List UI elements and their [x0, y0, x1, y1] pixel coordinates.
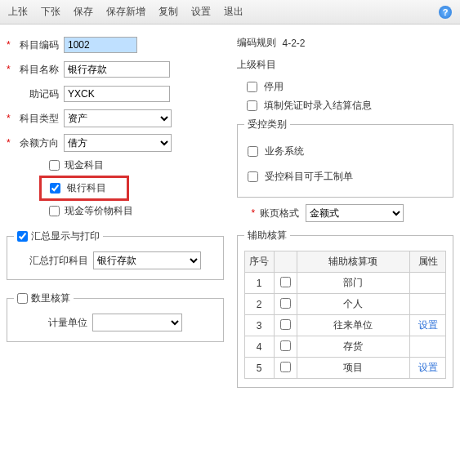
summary-print-label: 汇总打印科目 — [29, 254, 88, 268]
summary-toggle-checkbox[interactable] — [17, 231, 28, 242]
type-select[interactable]: 资产 — [64, 109, 172, 127]
manual-label: 受控科目可手工制单 — [265, 170, 353, 184]
disable-label: 停用 — [264, 80, 284, 94]
exit-button[interactable]: 退出 — [224, 5, 243, 19]
cell-item: 往来单位 — [297, 315, 410, 336]
settings-button[interactable]: 设置 — [191, 5, 211, 19]
rule-label: 编码规则 — [237, 36, 276, 50]
table-row: 1部门 — [244, 273, 446, 294]
qty-toggle-checkbox[interactable] — [17, 293, 28, 304]
row-checkbox[interactable] — [280, 340, 291, 351]
th-attr: 属性 — [410, 251, 446, 273]
save-new-button[interactable]: 保存新增 — [106, 5, 145, 19]
mnemonic-label: 助记码 — [13, 87, 59, 101]
settle-label: 填制凭证时录入结算信息 — [264, 99, 372, 113]
save-button[interactable]: 保存 — [74, 5, 93, 19]
row-checkbox[interactable] — [280, 277, 291, 287]
cell-item: 部门 — [297, 273, 410, 294]
bank-checkbox[interactable] — [50, 183, 60, 194]
cash-checkbox[interactable] — [49, 160, 60, 171]
controlled-fieldset: 受控类别 业务系统 受控科目可手工制单 — [237, 118, 454, 198]
biz-checkbox[interactable] — [248, 146, 258, 157]
cell-item: 个人 — [297, 294, 410, 315]
qty-fieldset: 数里核算 计量单位 — [7, 291, 224, 342]
cash-label: 现金科目 — [65, 158, 104, 172]
summary-legend: 汇总显示与打印 — [31, 230, 100, 242]
code-label: 科目编码 — [13, 38, 59, 52]
biz-label: 业务系统 — [265, 145, 304, 158]
table-row: 3往来单位设置 — [244, 315, 446, 336]
aux-table: 序号 辅助核算项 属性 1部门2个人3往来单位设置4存货5项目设置 — [244, 251, 447, 379]
th-no: 序号 — [244, 251, 274, 273]
cash-equiv-checkbox[interactable] — [49, 206, 60, 216]
code-input[interactable] — [64, 37, 137, 53]
row-checkbox[interactable] — [280, 362, 291, 372]
attr-link[interactable]: 设置 — [418, 362, 438, 373]
copy-button[interactable]: 复制 — [159, 5, 178, 19]
cell-no: 1 — [244, 273, 274, 294]
toolbar: 上张 下张 保存 保存新增 复制 设置 退出 ? — [0, 0, 460, 24]
table-row: 5项目设置 — [244, 358, 446, 379]
summary-print-select[interactable]: 银行存款 — [93, 251, 201, 269]
bank-highlight: 银行科目 — [39, 176, 129, 201]
bank-label: 银行科目 — [67, 181, 106, 195]
type-label: 科目类型 — [13, 112, 59, 126]
attr-link[interactable]: 设置 — [418, 319, 438, 331]
name-label: 科目名称 — [13, 63, 59, 77]
qty-legend: 数里核算 — [31, 292, 70, 304]
cash-equiv-label: 现金等价物科目 — [65, 204, 133, 218]
th-item: 辅助核算项 — [297, 251, 410, 273]
prev-page-button[interactable]: 上张 — [8, 5, 28, 19]
aux-legend: 辅助核算 — [244, 229, 290, 242]
parent-label: 上级科目 — [237, 58, 276, 72]
rule-value: 4-2-2 — [283, 38, 306, 49]
balance-select[interactable]: 借方 — [64, 134, 172, 152]
cell-item: 项目 — [297, 358, 410, 379]
controlled-legend: 受控类别 — [244, 118, 290, 131]
unit-label: 计量单位 — [48, 316, 87, 330]
next-page-button[interactable]: 下张 — [41, 5, 60, 19]
balance-label: 余额方向 — [13, 136, 59, 150]
cell-no: 2 — [244, 294, 274, 315]
account-format-label: 账页格式 — [260, 207, 299, 220]
table-row: 4存货 — [244, 336, 446, 358]
table-row: 2个人 — [244, 294, 446, 315]
settle-checkbox[interactable] — [247, 100, 257, 111]
help-icon[interactable]: ? — [439, 6, 452, 19]
cell-item: 存货 — [297, 336, 410, 358]
disable-checkbox[interactable] — [247, 82, 257, 92]
mnemonic-input[interactable] — [64, 86, 170, 102]
summary-fieldset: 汇总显示与打印 汇总打印科目银行存款 — [7, 229, 224, 280]
aux-fieldset: 辅助核算 序号 辅助核算项 属性 1部门2个人3往来单位设置4存货5项目设置 — [237, 229, 454, 388]
unit-select[interactable] — [92, 314, 182, 331]
account-format-select[interactable]: 金额式 — [306, 204, 404, 222]
manual-checkbox[interactable] — [248, 171, 258, 182]
cell-no: 5 — [244, 358, 274, 379]
row-checkbox[interactable] — [280, 298, 291, 309]
th-cb — [274, 251, 297, 273]
name-input[interactable] — [64, 61, 170, 78]
row-checkbox[interactable] — [280, 319, 291, 330]
cell-no: 3 — [244, 315, 274, 336]
cell-no: 4 — [244, 336, 274, 358]
